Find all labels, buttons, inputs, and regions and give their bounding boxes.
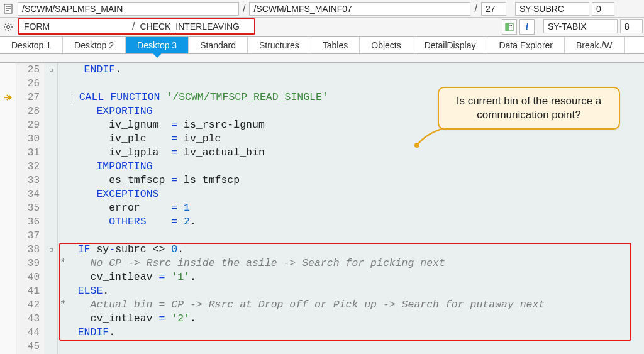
code-line[interactable]: ENDIF. — [58, 326, 644, 340]
tab-detaildisplay[interactable]: DetailDisplay — [413, 37, 488, 53]
tab-tables[interactable]: Tables — [311, 37, 360, 53]
svg-line-12 — [11, 24, 12, 25]
form-type-field[interactable]: FORM — [19, 19, 130, 33]
slash-separator: / — [130, 19, 137, 33]
fold-gutter — [45, 160, 57, 174]
fold-gutter — [45, 215, 57, 229]
line-number[interactable]: 29 — [16, 118, 45, 132]
svg-line-10 — [11, 30, 12, 31]
info-icon[interactable]: i — [519, 19, 535, 35]
code-line[interactable]: error = 1 — [58, 201, 644, 215]
tab-structures[interactable]: Structures — [248, 37, 311, 53]
fold-gutter — [45, 270, 57, 284]
code-line[interactable]: iv_plc = iv_plc — [58, 132, 644, 146]
code-line[interactable]: cv_intleav = '1'. — [58, 270, 644, 284]
fold-gutter — [45, 229, 57, 243]
svg-rect-3 — [6, 10, 9, 11]
fold-gutter — [45, 284, 57, 298]
svg-rect-14 — [506, 23, 509, 31]
line-number[interactable]: 27 — [16, 91, 45, 104]
tab-objects[interactable]: Objects — [360, 37, 413, 53]
main-program-field[interactable]: /SCWM/SAPLMFS_MAIN — [18, 2, 239, 16]
tab-data-explorer[interactable]: Data Explorer — [487, 37, 565, 53]
line-number[interactable]: 38 — [16, 243, 45, 257]
code-line[interactable]: IMPORTING — [58, 160, 644, 174]
code-line[interactable] — [58, 340, 644, 353]
form-name-field[interactable]: CHECK_INTERLEAVING — [137, 19, 254, 33]
fold-gutter — [45, 187, 57, 201]
line-number[interactable]: 26 — [16, 77, 45, 91]
fold-gutter — [45, 118, 57, 132]
svg-line-9 — [5, 24, 6, 25]
code-line[interactable] — [58, 229, 644, 243]
line-number-field[interactable]: 27 — [481, 2, 506, 16]
line-number[interactable]: 28 — [16, 104, 45, 118]
line-number[interactable]: 34 — [16, 187, 45, 201]
svg-rect-2 — [6, 8, 11, 9]
tab-strip: Desktop 1Desktop 2Desktop 3StandardStruc… — [0, 36, 644, 54]
include-field[interactable]: /SCWM/LMFS_MAINF07 — [249, 2, 470, 16]
annotation-callout: Is current bin of the resource a communi… — [438, 87, 620, 130]
code-line[interactable]: ENDIF. — [58, 63, 644, 77]
line-number[interactable]: 42 — [16, 298, 45, 312]
code-line[interactable]: EXCEPTIONS — [58, 187, 644, 201]
tab-break-w[interactable]: Break./W — [565, 37, 625, 53]
gear-icon[interactable] — [0, 18, 16, 36]
header-row: /SCWM/SAPLMFS_MAIN / /SCWM/LMFS_MAINF07 … — [0, 0, 644, 18]
line-number[interactable]: 30 — [16, 132, 45, 146]
line-number[interactable]: 32 — [16, 160, 45, 174]
line-number[interactable]: 33 — [16, 174, 45, 187]
program-doc-icon — [0, 0, 16, 17]
line-number[interactable]: 43 — [16, 312, 45, 326]
fold-gutter — [45, 91, 57, 104]
fold-gutter — [45, 146, 57, 160]
execution-pointer-icon — [0, 91, 16, 104]
fold-gutter — [45, 174, 57, 187]
fold-gutter — [45, 326, 57, 340]
code-line[interactable]: iv_lgpla = lv_actual_bin — [58, 146, 644, 160]
fold-gutter — [45, 340, 57, 353]
fold-gutter — [45, 257, 57, 270]
line-number[interactable]: 39 — [16, 257, 45, 270]
code-line[interactable]: cv_intleav = '2'. — [58, 312, 644, 326]
fold-gutter — [45, 132, 57, 146]
layout-icon[interactable] — [502, 19, 517, 35]
line-number[interactable]: 41 — [16, 284, 45, 298]
fold-gutter — [45, 77, 57, 91]
slash-separator: / — [472, 0, 479, 17]
fold-gutter — [45, 298, 57, 312]
subroutine-row: FORM / CHECK_INTERLEAVING i SY-TABIX 8 — [0, 18, 644, 36]
line-number[interactable]: 45 — [16, 340, 45, 353]
code-line[interactable]: OTHERS = 2. — [58, 215, 644, 229]
line-number[interactable]: 37 — [16, 229, 45, 243]
svg-line-11 — [5, 30, 6, 31]
fold-gutter — [45, 104, 57, 118]
watch-var1-name[interactable]: SY-SUBRC — [515, 2, 589, 16]
code-line[interactable]: ELSE. — [58, 284, 644, 298]
code-line[interactable]: * Actual bin = CP -> Rsrc at Drop off or… — [58, 298, 644, 312]
line-number[interactable]: 36 — [16, 215, 45, 229]
fold-gutter — [45, 312, 57, 326]
watch-var2-value: 8 — [620, 19, 643, 33]
tab-standard[interactable]: Standard — [189, 37, 248, 53]
tab-desktop-3[interactable]: Desktop 3 — [126, 37, 189, 53]
tab-desktop-2[interactable]: Desktop 2 — [63, 37, 126, 53]
line-number[interactable]: 35 — [16, 201, 45, 215]
fold-toggle-icon[interactable]: ⊟ — [45, 63, 57, 77]
line-number[interactable]: 25 — [16, 63, 45, 77]
line-number[interactable]: 44 — [16, 326, 45, 340]
line-number[interactable]: 31 — [16, 146, 45, 160]
watch-var1-value: 0 — [592, 2, 614, 16]
code-line[interactable]: es_tmfscp = ls_tmfscp — [58, 174, 644, 187]
fold-toggle-icon[interactable]: ⊟ — [45, 243, 57, 257]
watch-var2-name[interactable]: SY-TABIX — [543, 19, 618, 33]
svg-point-4 — [7, 26, 9, 28]
subroutine-field-group: FORM / CHECK_INTERLEAVING — [18, 18, 255, 35]
code-editor[interactable]: 2526272829303132333435363738394041424344… — [0, 63, 644, 354]
slash-separator: / — [240, 0, 248, 17]
fold-gutter — [45, 201, 57, 215]
code-line[interactable]: IF sy-subrc <> 0. — [58, 243, 644, 257]
tab-desktop-1[interactable]: Desktop 1 — [0, 37, 63, 53]
code-line[interactable]: * No CP -> Rsrc inside the asile -> Sear… — [58, 257, 644, 270]
line-number[interactable]: 40 — [16, 270, 45, 284]
